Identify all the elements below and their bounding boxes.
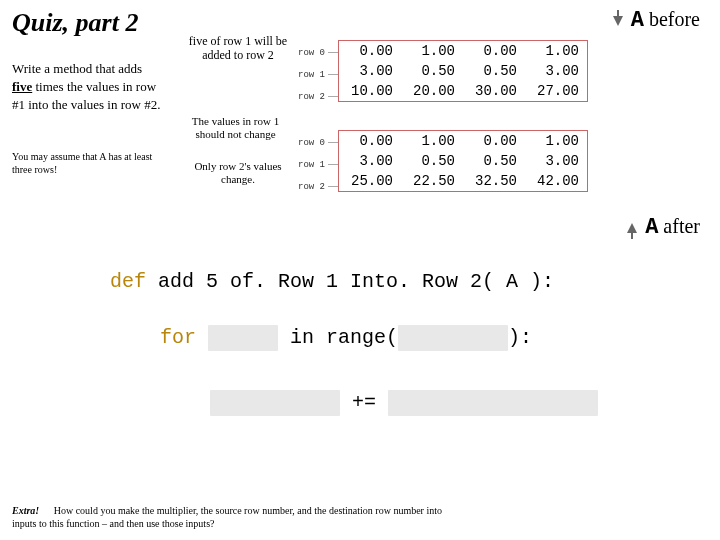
assumption-text: You may assume that A has at least three… [12,150,162,176]
connector [328,142,338,143]
cell: 1.00 [401,131,463,151]
row-label: row 1 [298,160,325,170]
extra-question: Extra! How could you make the multiplier… [12,504,462,530]
arrow-down-icon [613,16,623,26]
cell: 0.00 [339,41,401,61]
cell: 22.50 [401,171,463,191]
cell: 1.00 [525,41,587,61]
cell: 3.00 [339,151,401,171]
note-row2-changes: Only row 2's values change. [188,160,288,186]
extra-label: Extra! [12,505,39,516]
a-before-label: A before [613,8,700,33]
cell: 1.00 [525,131,587,151]
in-range: in range( [290,326,398,349]
matrix-before: 0.00 1.00 0.00 1.00 3.00 0.50 0.50 3.00 … [338,40,588,102]
cell: 10.00 [339,81,401,101]
row-label: row 0 [298,48,325,58]
arrow-up-icon [627,223,637,233]
code-for-line: for in range(): [160,325,532,351]
keyword-for: for [160,326,196,349]
note-five-added: five of row 1 will be added to row 2 [188,34,288,63]
code-def-line: def add 5 of. Row 1 Into. Row 2( A ): [110,270,554,293]
connector [328,52,338,53]
cell: 0.00 [463,41,525,61]
cell: 0.00 [463,131,525,151]
instr-post: times the values in row #1 into the valu… [12,79,160,112]
before-word: before [649,8,700,30]
instr-five: five [12,79,32,94]
cell: 0.50 [401,61,463,81]
matrix-after: 0.00 1.00 0.00 1.00 3.00 0.50 0.50 3.00 … [338,130,588,192]
connector [328,186,338,187]
cell: 32.50 [463,171,525,191]
row-label: row 2 [298,92,325,102]
row-label: row 2 [298,182,325,192]
cell: 3.00 [525,61,587,81]
cell: 25.00 [339,171,401,191]
pluseq-op: += [352,391,376,414]
blank-range-arg[interactable] [398,325,508,351]
blank-rhs[interactable] [388,390,598,416]
extra-text: How could you make the multiplier, the s… [12,505,442,529]
cell: 30.00 [463,81,525,101]
cell: 0.50 [463,61,525,81]
row-label: row 1 [298,70,325,80]
matrix-name: A [645,215,658,240]
connector [328,74,338,75]
connector [328,96,338,97]
cell: 0.50 [401,151,463,171]
a-after-label: A after [627,215,700,240]
keyword-def: def [110,270,146,293]
instruction-text: Write a method that adds five times the … [12,60,162,115]
after-word: after [663,215,700,237]
code-pluseq-line: += [210,390,598,416]
instr-pre: Write a method that adds [12,61,142,76]
blank-loop-var[interactable] [208,325,278,351]
page-title: Quiz, part 2 [12,8,138,38]
matrix-name: A [631,8,644,33]
cell: 0.50 [463,151,525,171]
note-row1-unchanged: The values in row 1 should not change [178,115,293,141]
cell: 0.00 [339,131,401,151]
cell: 1.00 [401,41,463,61]
blank-lhs[interactable] [210,390,340,416]
close-paren: ): [508,326,532,349]
cell: 20.00 [401,81,463,101]
cell: 42.00 [525,171,587,191]
cell: 27.00 [525,81,587,101]
cell: 3.00 [339,61,401,81]
connector [328,164,338,165]
cell: 3.00 [525,151,587,171]
row-label: row 0 [298,138,325,148]
function-name: add 5 of. Row 1 Into. Row 2( A ): [158,270,554,293]
